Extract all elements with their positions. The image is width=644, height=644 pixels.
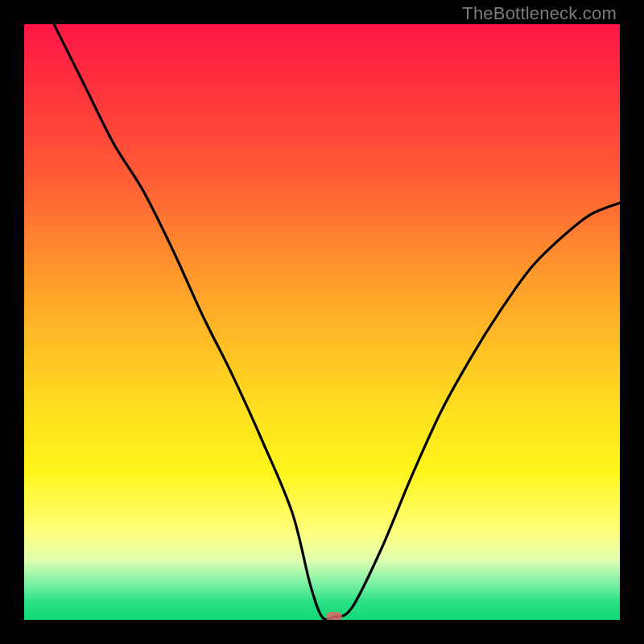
watermark-text: TheBottleneck.com	[462, 3, 617, 24]
plot-area	[24, 24, 620, 620]
bottleneck-curve	[24, 24, 620, 620]
chart-frame: TheBottleneck.com	[0, 0, 644, 644]
optimum-marker	[326, 612, 342, 620]
